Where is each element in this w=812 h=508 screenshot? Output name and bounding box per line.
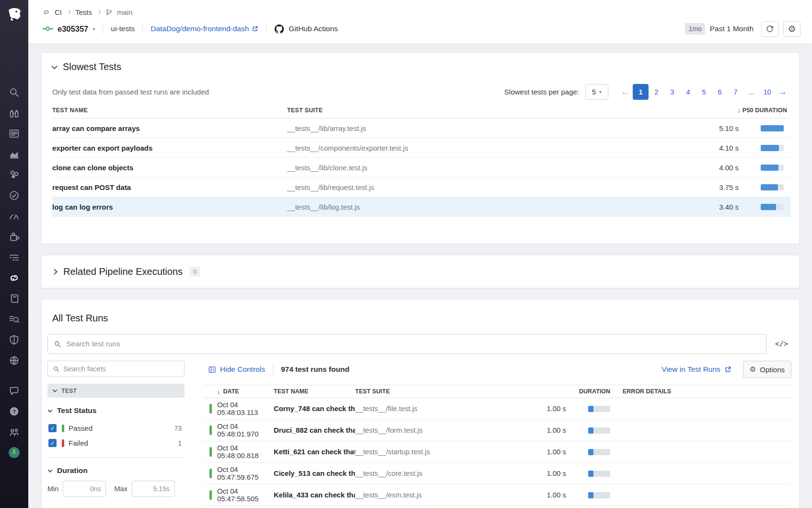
test-suite: __tests__/lib/log.test.js — [287, 203, 657, 211]
run-test-name: Druci_882 can check that it... — [274, 426, 355, 434]
sidebar-item-network[interactable] — [0, 350, 28, 371]
caret-down-icon: ▾ — [599, 89, 602, 95]
sidebar-item-ci[interactable] — [0, 268, 28, 288]
sidebar-item-search[interactable] — [0, 82, 28, 103]
checkbox-checked[interactable]: ✓ — [48, 439, 57, 447]
sidebar-item-metrics[interactable] — [0, 144, 28, 165]
facet-count: 1 — [178, 439, 182, 447]
shield-icon — [8, 334, 20, 346]
commit-sha[interactable]: e305357 — [58, 24, 88, 34]
expand-chevron-icon[interactable] — [51, 269, 58, 275]
duration-bar — [588, 492, 610, 498]
sidebar-item-notebooks[interactable] — [0, 288, 28, 309]
failed-status-pill — [62, 439, 64, 447]
per-page-select[interactable]: 5 ▾ — [585, 84, 608, 100]
collapse-chevron-icon — [48, 468, 53, 473]
sidebar-item-chat[interactable] — [0, 380, 28, 401]
table-row[interactable]: exporter can export payloads __tests__/c… — [52, 138, 790, 158]
page-button[interactable]: 5 — [696, 84, 712, 100]
next-page-arrow[interactable]: → — [775, 84, 790, 100]
column-header-p50-duration[interactable]: ↓ P50 DURATION — [657, 106, 790, 114]
search-icon — [54, 340, 61, 348]
refresh-button[interactable] — [761, 21, 778, 37]
table-row[interactable]: array can compare arrays __tests__/lib/a… — [52, 118, 790, 138]
column-header-test-name[interactable]: TEST NAME — [274, 388, 355, 395]
repo-link[interactable]: DataDog/demo-frontend-dash — [151, 24, 258, 33]
column-header-error-details[interactable]: ERROR DETAILS — [623, 388, 791, 395]
table-row[interactable]: clone can clone objects __tests__/lib/cl… — [52, 158, 790, 177]
facet-option-passed[interactable]: ✓ Passed 73 — [47, 421, 185, 436]
time-range-label[interactable]: Past 1 Month — [710, 24, 754, 33]
table-row-highlighted[interactable]: log can log errors __tests__/lib/log.tes… — [52, 197, 790, 217]
filter-lines-icon — [8, 251, 20, 263]
code-view-icon[interactable]: </> — [775, 340, 788, 348]
table-row[interactable]: request can POST data __tests__/lib/requ… — [52, 177, 790, 197]
column-header-test-name[interactable]: TEST NAME — [52, 107, 287, 114]
column-header-date[interactable]: ↓DATE — [217, 388, 274, 395]
datadog-dog-icon — [5, 5, 23, 24]
sidebar-item-infrastructure[interactable] — [0, 165, 28, 185]
page-button[interactable]: 6 — [712, 84, 728, 100]
page-button[interactable]: 3 — [664, 84, 680, 100]
duration-min-input[interactable] — [63, 481, 106, 497]
facet-test-status[interactable]: Test Status — [48, 406, 185, 415]
sidebar-item-organization[interactable] — [0, 422, 28, 442]
test-runs-search[interactable] — [47, 334, 766, 354]
sidebar-item-avatar[interactable] — [0, 442, 28, 463]
prev-page-arrow[interactable]: ← — [617, 84, 633, 100]
sidebar-item-help[interactable]: ? — [0, 401, 28, 422]
checkbox-checked[interactable]: ✓ — [48, 424, 57, 432]
facet-group-test[interactable]: TEST — [47, 384, 185, 398]
run-test-suite: __tests__/file.test.js — [355, 405, 470, 413]
duration-bar — [588, 471, 610, 477]
slowest-tests-title: Slowest Tests — [63, 61, 121, 72]
sidebar-item-watchdog[interactable] — [0, 103, 28, 123]
facet-search-input[interactable] — [63, 365, 179, 373]
view-in-test-runs-link[interactable]: View in Test Runs — [661, 365, 731, 374]
page-button[interactable]: 7 — [728, 84, 743, 100]
facet-duration[interactable]: Duration — [48, 466, 185, 475]
sidebar-item-integrations[interactable] — [0, 226, 28, 247]
time-range-badge[interactable]: 1mo — [685, 23, 705, 35]
run-date: Oct 04 05:47:58.505 — [217, 487, 274, 503]
column-header-test-suite[interactable]: TEST SUITE — [287, 107, 657, 114]
search-input[interactable] — [66, 340, 760, 348]
breadcrumb-section[interactable]: Tests — [75, 8, 92, 16]
pagination: ← 1 2 3 4 5 6 7 ... 10 → — [617, 84, 790, 100]
column-header-duration[interactable]: DURATION — [566, 388, 623, 395]
facet-option-failed[interactable]: ✓ Failed 1 — [47, 436, 185, 450]
breadcrumb-branch[interactable]: main — [117, 8, 133, 16]
column-header-test-suite[interactable]: TEST SUITE — [355, 388, 470, 395]
collapse-chevron-icon[interactable] — [51, 63, 58, 70]
test-run-row[interactable]: Oct 04 05:48:03.113 Corny_748 can check … — [204, 398, 791, 420]
test-name: request can POST data — [52, 183, 287, 191]
page-button[interactable]: 4 — [680, 84, 696, 100]
facet-search[interactable] — [47, 361, 185, 377]
settings-button[interactable]: ⚙ — [783, 21, 800, 37]
page-button[interactable]: 2 — [649, 84, 664, 100]
test-run-row[interactable]: Oct 04 05:48:00.818 Ketti_621 can check … — [204, 441, 791, 463]
git-branch-icon — [105, 8, 113, 16]
caret-down-icon[interactable]: ▾ — [93, 26, 95, 32]
page-button[interactable]: 10 — [759, 84, 775, 100]
related-pipelines-card[interactable]: Related Pipeline Executions 0 — [41, 255, 800, 288]
hide-controls-button[interactable]: Hide Controls — [208, 365, 265, 374]
test-run-row[interactable]: Oct 04 05:47:59.675 Cicely_513 can check… — [204, 463, 791, 484]
test-run-row[interactable]: Oct 04 05:47:58.505 Kelila_433 can check… — [204, 484, 791, 506]
page-button[interactable]: 1 — [633, 84, 649, 100]
sidebar-item-apm[interactable] — [0, 206, 28, 226]
sidebar-item-security[interactable] — [0, 330, 28, 350]
options-button[interactable]: ⚙ Options — [743, 361, 791, 378]
run-test-name: Cicely_513 can check that i... — [274, 470, 355, 477]
gear-icon: ⚙ — [750, 365, 756, 374]
datadog-logo[interactable] — [0, 0, 28, 28]
sidebar-item-dashboards[interactable] — [0, 123, 28, 144]
test-run-row[interactable]: Oct 04 05:48:01.970 Druci_882 can check … — [204, 420, 791, 441]
sidebar-item-monitors[interactable] — [0, 185, 28, 206]
duration-max-input[interactable] — [132, 481, 175, 497]
breadcrumb-app[interactable]: CI — [55, 8, 62, 16]
sidebar-item-log-explorer[interactable] — [0, 309, 28, 330]
log-search-icon — [8, 313, 20, 325]
organization-icon — [8, 426, 20, 438]
sidebar-item-pipelines[interactable] — [0, 247, 28, 268]
